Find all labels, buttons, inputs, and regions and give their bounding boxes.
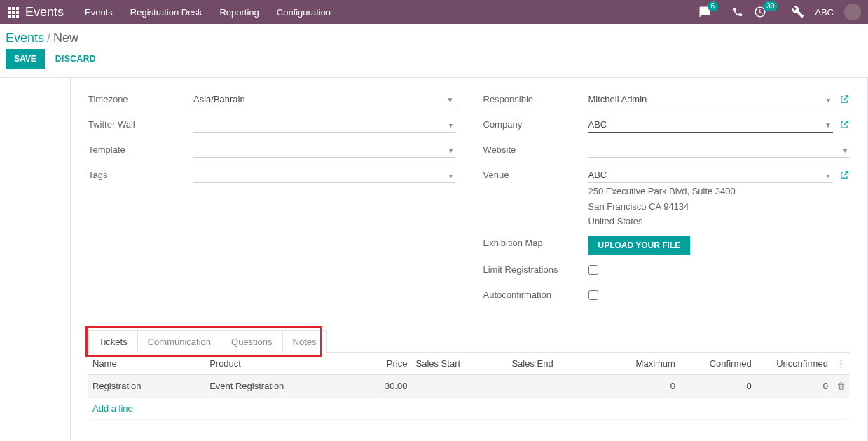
autoconfirmation-label: Autoconfirmation [483, 287, 588, 300]
app-brand[interactable]: Events [25, 5, 64, 20]
add-line-button[interactable]: Add a line [92, 403, 133, 414]
venue-address-line2: San Francisco CA 94134 [588, 200, 834, 214]
website-field[interactable] [588, 142, 850, 158]
notebook: Tickets Communication Questions Notes Na… [88, 330, 850, 442]
table-row[interactable]: Registration Event Registration 30.00 0 … [88, 374, 850, 397]
cell-start[interactable] [411, 374, 507, 397]
user-menu[interactable]: ABC [815, 7, 834, 18]
cell-confirmed[interactable]: 0 [680, 374, 756, 397]
optional-columns-icon[interactable]: ⋮ [836, 358, 846, 369]
breadcrumb-current: New [53, 31, 78, 46]
col-name[interactable]: Name [88, 353, 205, 375]
venue-label: Venue [483, 168, 588, 180]
autoconfirmation-checkbox[interactable] [588, 290, 598, 300]
col-confirmed[interactable]: Confirmed [680, 353, 756, 375]
company-field[interactable] [588, 117, 834, 133]
timezone-label: Timezone [88, 92, 193, 104]
save-button[interactable]: SAVE [6, 49, 45, 69]
menu-reporting[interactable]: Reporting [219, 7, 259, 18]
menu-configuration[interactable]: Configuration [277, 7, 331, 18]
col-product[interactable]: Product [205, 353, 363, 375]
menu-registration-desk[interactable]: Registration Desk [130, 7, 202, 18]
twitter-wall-field[interactable] [193, 117, 455, 133]
responsible-field[interactable] [588, 92, 834, 107]
tickets-table: Name Product Price Sales Start Sales End… [88, 353, 850, 442]
messaging-icon[interactable]: 6 [698, 6, 722, 18]
nav-systray: 6 30 ABC [698, 4, 861, 20]
tab-tickets[interactable]: Tickets [88, 330, 138, 353]
avatar[interactable] [844, 4, 861, 20]
col-sales-start[interactable]: Sales Start [411, 353, 507, 375]
limit-registrations-checkbox[interactable] [588, 265, 598, 275]
apps-icon[interactable] [7, 6, 18, 18]
breadcrumb: Events / New [0, 24, 868, 49]
timezone-field[interactable] [193, 92, 455, 107]
tags-field[interactable] [193, 168, 455, 183]
activity-badge: 30 [763, 1, 778, 11]
col-unconfirmed[interactable]: Unconfirmed [756, 353, 832, 375]
discard-button[interactable]: DISCARD [55, 54, 96, 64]
debug-icon[interactable] [792, 6, 804, 18]
external-link-icon[interactable] [839, 119, 850, 130]
breadcrumb-root[interactable]: Events [6, 31, 44, 46]
trash-icon[interactable]: 🗑 [836, 381, 846, 391]
phone-icon[interactable] [732, 6, 743, 18]
add-line-row: Add a line [88, 397, 850, 419]
top-nav: Events Events Registration Desk Reportin… [0, 0, 868, 24]
external-link-icon[interactable] [839, 94, 850, 105]
cell-name[interactable]: Registration [88, 374, 205, 397]
tags-label: Tags [88, 168, 193, 180]
menu-events[interactable]: Events [85, 7, 113, 18]
external-link-icon[interactable] [839, 170, 850, 181]
template-field[interactable] [193, 142, 455, 158]
twitter-wall-label: Twitter Wall [88, 117, 193, 130]
cell-price[interactable]: 30.00 [363, 374, 411, 397]
limit-registrations-label: Limit Registrations [483, 262, 588, 275]
template-label: Template [88, 142, 193, 155]
form-sheet: Timezone ▼ Twitter Wall ▾ Template ▾ [70, 78, 868, 441]
chat-badge: 6 [708, 1, 719, 11]
main-menu: Events Registration Desk Reporting Confi… [85, 7, 331, 18]
col-maximum[interactable]: Maximum [603, 353, 680, 375]
venue-field[interactable] [588, 168, 834, 183]
website-label: Website [483, 142, 588, 155]
tab-bar: Tickets Communication Questions Notes [88, 330, 850, 353]
tab-notes[interactable]: Notes [283, 330, 327, 353]
venue-address-line1: 250 Executive Park Blvd, Suite 3400 [588, 184, 834, 198]
responsible-label: Responsible [483, 92, 588, 104]
upload-file-button[interactable]: UPLOAD YOUR FILE [588, 236, 691, 255]
tab-communication[interactable]: Communication [138, 330, 221, 353]
tab-questions[interactable]: Questions [221, 330, 283, 353]
cell-max[interactable]: 0 [603, 374, 680, 397]
col-sales-end[interactable]: Sales End [507, 353, 603, 375]
activity-icon[interactable]: 30 [754, 6, 781, 18]
venue-address-line3: United States [588, 215, 834, 229]
control-panel: SAVE DISCARD [0, 49, 868, 78]
cell-end[interactable] [507, 374, 603, 397]
form-left-col: Timezone ▼ Twitter Wall ▾ Template ▾ [88, 92, 455, 313]
form-right-col: Responsible ▾ Company ▼ Website [483, 92, 850, 313]
company-label: Company [483, 117, 588, 130]
cell-product[interactable]: Event Registration [205, 374, 363, 397]
breadcrumb-sep: / [47, 31, 50, 46]
cell-unconfirmed[interactable]: 0 [756, 374, 832, 397]
exhibition-map-label: Exhibition Map [483, 236, 588, 248]
col-price[interactable]: Price [363, 353, 411, 375]
